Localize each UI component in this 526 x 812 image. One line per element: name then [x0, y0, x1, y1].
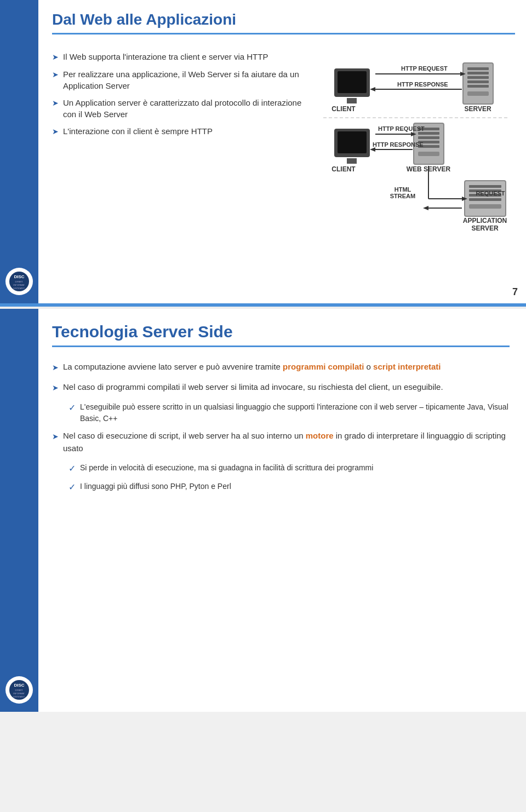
app-server-label: APPLICATION	[463, 217, 507, 224]
slide-1-title: Dal Web alle Applicazioni	[52, 11, 515, 34]
bullet-1-text: Il Web supporta l'interazione tra client…	[63, 51, 268, 62]
connector-o: o	[367, 362, 374, 371]
client-label-top: CLIENT	[331, 105, 356, 113]
slide-2-title: Tecnologia Server Side	[52, 323, 510, 347]
svg-text:DISC: DISC	[14, 683, 24, 688]
svg-text:INFORMAT.: INFORMAT.	[13, 692, 25, 695]
as-slot4	[469, 198, 501, 201]
arrow-icon-2: ➤	[52, 70, 59, 80]
svg-text:DIPART.: DIPART.	[15, 689, 24, 692]
svg-text:INFORMAT.: INFORMAT.	[13, 284, 25, 286]
highlight-motore: motore	[306, 431, 334, 440]
bullet-3-text: Un Application server è caratterizzato d…	[63, 97, 307, 120]
slide2-bullet-2: ➤ Nel caso di programmi compilati il web…	[52, 381, 510, 394]
slide2-sub-bullet-2: ✓ Si perde in velocità di esecuzione, ma…	[68, 462, 510, 475]
slide-2: DISC DIPART. INFORMAT. SISTEMIST. Tecnol…	[0, 307, 526, 712]
app-server-label2: SERVER	[471, 224, 498, 232]
highlight-script: script interpretati	[373, 362, 441, 371]
diagram-area: HTTP REQUEST HTTP RESPONSE CLIENT SERVER	[318, 45, 515, 256]
ws-slot2	[418, 132, 439, 135]
as-slot1	[469, 185, 501, 188]
arrow-icon-1: ➤	[52, 52, 59, 63]
http-resp-arrow-2	[370, 147, 375, 152]
html-stream-label: HTML	[395, 186, 411, 193]
arrow-icon-s2-1: ➤	[52, 362, 59, 373]
diagram-svg: HTTP REQUEST HTTP RESPONSE CLIENT SERVER	[318, 45, 515, 256]
s-slot4	[467, 80, 489, 83]
slide-1-text: ➤ Il Web supporta l'interazione tra clie…	[52, 45, 307, 256]
ws-slot3	[418, 136, 439, 139]
svg-text:DISC: DISC	[14, 274, 24, 279]
bullet-3: ➤ Un Application server è caratterizzato…	[52, 97, 307, 120]
check-icon-3: ✓	[68, 481, 76, 494]
svg-text:DIPART.: DIPART.	[15, 280, 24, 283]
slide2-bullet-3: ➤ Nel caso di esecuzione di script, il w…	[52, 430, 510, 454]
html-stream-label2: STREAM	[390, 193, 415, 199]
arrow-icon-s2-3: ➤	[52, 431, 59, 442]
slide2-bullet-3-text: Nel caso di esecuzione di script, il web…	[63, 430, 510, 454]
http-resp-label-1: HTTP RESPONSE	[397, 81, 448, 88]
check-icon-1: ✓	[68, 401, 76, 414]
server-label-top: SERVER	[464, 105, 491, 113]
arrow-icon-4: ➤	[52, 126, 59, 137]
http-req-label-1: HTTP REQUEST	[401, 65, 448, 72]
request-label: REQUEST	[476, 190, 505, 197]
arrow-icon-s2-2: ➤	[52, 382, 59, 394]
left-bar-2: DISC DIPART. INFORMAT. SISTEMIST.	[0, 309, 38, 712]
slide-number-1: 7	[512, 286, 518, 298]
monitor-stand-bottom	[347, 158, 357, 164]
bullet-1: ➤ Il Web supporta l'interazione tra clie…	[52, 51, 307, 63]
slide2-sub-bullet-3-text: I linguaggi più diffusi sono PHP, Pyton …	[80, 481, 231, 492]
bullet-4-text: L'interazione con il client è sempre HTT…	[63, 125, 213, 137]
s-slot2	[467, 72, 489, 74]
http-req-label-2: HTTP REQUEST	[378, 125, 425, 132]
arrow-icon-3: ➤	[52, 98, 59, 109]
slide2-sub-bullet-1-text: L'eseguibile può essere scritto in un qu…	[80, 401, 510, 424]
bullet-2: ➤ Per realizzare una applicazione, il We…	[52, 68, 307, 91]
ws-slot6	[418, 152, 439, 156]
request-arrow	[423, 206, 428, 210]
monitor-stand-top	[347, 98, 357, 103]
svg-text:SISTEMIST.: SISTEMIST.	[13, 287, 25, 290]
slide-1: DISC DIPART. INFORMAT. SISTEMIST. Dal We…	[0, 0, 526, 307]
s-slot3	[467, 76, 489, 79]
bullet3-prefix: Nel caso di esecuzione di script, il web…	[63, 431, 306, 440]
slide2-bullet-2-text: Nel caso di programmi compilati il web s…	[63, 381, 443, 394]
client-screen-bottom	[338, 131, 367, 153]
highlight-compilati: programmi compilati	[283, 362, 364, 371]
bullet-2-text: Per realizzare una applicazione, il Web …	[63, 68, 307, 91]
s-slot1	[467, 67, 489, 70]
svg-text:SISTEMIST.: SISTEMIST.	[13, 695, 25, 698]
slide-2-content: Tecnologia Server Side ➤ La computazione…	[38, 309, 526, 516]
slide2-sub-bullet-2-text: Si perde in velocità di esecuzione, ma s…	[80, 462, 373, 474]
s-slot5	[467, 85, 489, 88]
slide-1-body: ➤ Il Web supporta l'interazione tra clie…	[52, 45, 515, 256]
check-icon-2: ✓	[68, 462, 76, 475]
slide2-sub-bullet-3: ✓ I linguaggi più diffusi sono PHP, Pyto…	[68, 481, 510, 494]
http-resp-arrow-1	[370, 87, 375, 91]
client-screen-top	[338, 71, 367, 93]
logo-2: DISC DIPART. INFORMAT. SISTEMIST.	[5, 676, 33, 704]
http-resp-label-2: HTTP RESPONSE	[373, 141, 424, 148]
client-label-bottom: CLIENT	[331, 165, 356, 173]
slide2-bullet-1: ➤ La computazione avviene lato server e …	[52, 361, 510, 373]
logo-1: DISC DIPART. INFORMAT. SISTEMIST.	[5, 268, 33, 295]
left-bar-1: DISC DIPART. INFORMAT. SISTEMIST.	[0, 0, 38, 303]
slide2-sub-bullet-1: ✓ L'eseguibile può essere scritto in un …	[68, 401, 510, 424]
as-slot5	[469, 204, 501, 209]
s-slot6	[467, 91, 489, 96]
bullet-4: ➤ L'interazione con il client è sempre H…	[52, 125, 307, 137]
slide2-bullet-1-text: La computazione avviene lato server e pu…	[63, 361, 441, 373]
slide-1-content: Dal Web alle Applicazioni ➤ Il Web suppo…	[38, 0, 526, 267]
